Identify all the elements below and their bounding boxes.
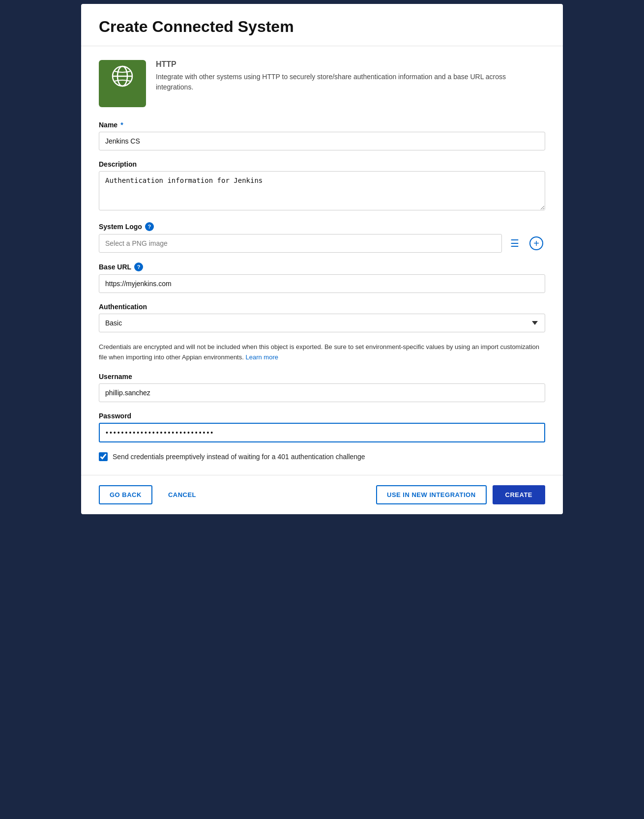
- credentials-note: Credentials are encrypted and will not b…: [99, 342, 545, 363]
- system-logo-label: System Logo ?: [99, 222, 545, 231]
- system-info: HTTP HTTP Integrate with other systems u…: [99, 60, 545, 107]
- authentication-label: Authentication: [99, 303, 545, 311]
- modal-body: HTTP HTTP Integrate with other systems u…: [81, 46, 563, 475]
- preemptive-credentials-label[interactable]: Send credentials preemptively instead of…: [113, 453, 365, 461]
- learn-more-link[interactable]: Learn more: [245, 353, 278, 361]
- description-field-group: Description Authentication information f…: [99, 160, 545, 212]
- system-text: HTTP Integrate with other systems using …: [156, 60, 545, 92]
- add-logo-button[interactable]: +: [527, 234, 545, 252]
- base-url-help-icon[interactable]: ?: [134, 263, 143, 271]
- footer-right-actions: USE IN NEW INTEGRATION CREATE: [376, 485, 545, 504]
- password-label: Password: [99, 412, 545, 420]
- system-logo-field-group: System Logo ? ☰ +: [99, 222, 545, 253]
- create-button[interactable]: CREATE: [493, 485, 545, 504]
- description-label: Description: [99, 160, 545, 168]
- authentication-field-group: Authentication Basic API Key Bearer Toke…: [99, 303, 545, 332]
- password-field-group: Password: [99, 412, 545, 442]
- system-logo-row: ☰ +: [99, 234, 545, 253]
- system-description: Integrate with other systems using HTTP …: [156, 72, 545, 92]
- username-label: Username: [99, 373, 545, 380]
- base-url-field-group: Base URL ?: [99, 263, 545, 293]
- cancel-button[interactable]: CANCEL: [158, 485, 206, 504]
- footer-left-actions: GO BACK CANCEL: [99, 485, 206, 504]
- name-input[interactable]: [99, 132, 545, 150]
- modal-footer: GO BACK CANCEL USE IN NEW INTEGRATION CR…: [81, 475, 563, 514]
- base-url-input[interactable]: [99, 274, 545, 293]
- description-textarea[interactable]: Authentication information for Jenkins: [99, 171, 545, 210]
- username-field-group: Username: [99, 373, 545, 402]
- name-label: Name *: [99, 121, 545, 129]
- system-type-heading: HTTP: [156, 60, 545, 69]
- system-logo-input[interactable]: [99, 234, 502, 253]
- go-back-button[interactable]: GO BACK: [99, 485, 152, 504]
- http-label: HTTP: [110, 93, 135, 103]
- use-in-new-integration-button[interactable]: USE IN NEW INTEGRATION: [376, 485, 486, 504]
- plus-circle-icon: +: [529, 236, 543, 250]
- required-indicator: *: [120, 121, 123, 129]
- list-icon-button[interactable]: ☰: [506, 234, 524, 252]
- password-input[interactable]: [99, 423, 545, 442]
- modal-header: Create Connected System: [81, 4, 563, 46]
- globe-icon: [111, 64, 134, 91]
- preemptive-credentials-checkbox[interactable]: [99, 452, 108, 461]
- preemptive-credentials-row: Send credentials preemptively instead of…: [99, 452, 545, 461]
- create-connected-system-modal: Create Connected System HTTP HTTP Int: [81, 4, 563, 514]
- http-logo: HTTP: [99, 60, 146, 107]
- list-icon: ☰: [510, 237, 519, 249]
- system-logo-help-icon[interactable]: ?: [145, 222, 154, 231]
- page-title: Create Connected System: [99, 18, 545, 36]
- authentication-select[interactable]: Basic API Key Bearer Token No Authentica…: [99, 314, 545, 332]
- base-url-label: Base URL ?: [99, 263, 545, 271]
- name-field-group: Name *: [99, 121, 545, 150]
- username-input[interactable]: [99, 383, 545, 402]
